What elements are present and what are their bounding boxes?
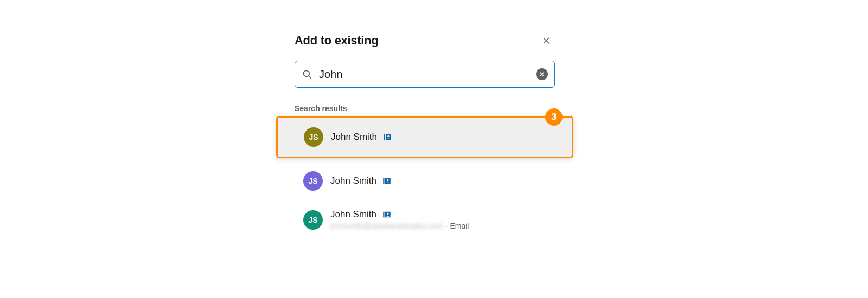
dialog-title: Add to existing <box>295 34 378 48</box>
svg-rect-12 <box>383 212 384 218</box>
close-button[interactable] <box>540 34 553 47</box>
svg-point-8 <box>387 135 389 137</box>
svg-point-11 <box>387 179 388 181</box>
avatar: JS <box>304 127 323 147</box>
result-email: johnsmith@stricklandstudios.com <box>330 222 443 230</box>
svg-point-2 <box>303 70 309 76</box>
search-input[interactable] <box>319 68 529 81</box>
add-to-existing-dialog: Add to existing Search results 3 JS <box>295 34 555 238</box>
svg-rect-9 <box>383 178 384 184</box>
contact-card-icon <box>382 132 392 142</box>
step-badge: 3 <box>545 108 563 126</box>
search-result-item[interactable]: JS John Smith <box>295 164 555 198</box>
dialog-header: Add to existing <box>295 34 555 48</box>
search-icon <box>302 69 312 80</box>
clear-icon <box>539 71 545 77</box>
search-result-item[interactable]: JS John Smith johnsmith@stricklandstud <box>295 202 555 238</box>
search-field-wrapper[interactable] <box>295 61 555 88</box>
clear-search-button[interactable] <box>536 68 548 80</box>
avatar: JS <box>303 171 323 191</box>
search-results-list: 3 JS John Smith JS <box>295 116 555 238</box>
result-name: John Smith <box>331 132 377 142</box>
result-name: John Smith <box>330 209 376 220</box>
contact-card-icon <box>382 210 392 219</box>
result-type: Email <box>450 222 469 230</box>
svg-point-14 <box>387 213 388 215</box>
search-result-item[interactable]: JS John Smith <box>276 116 573 158</box>
contact-card-icon <box>382 176 392 186</box>
close-icon <box>541 36 551 46</box>
svg-line-3 <box>309 76 311 79</box>
result-subtext: johnsmith@stricklandstudios.com - Email <box>330 222 469 230</box>
result-name: John Smith <box>330 176 376 186</box>
svg-rect-6 <box>384 134 385 140</box>
avatar: JS <box>303 210 323 230</box>
search-results-label: Search results <box>295 104 555 113</box>
